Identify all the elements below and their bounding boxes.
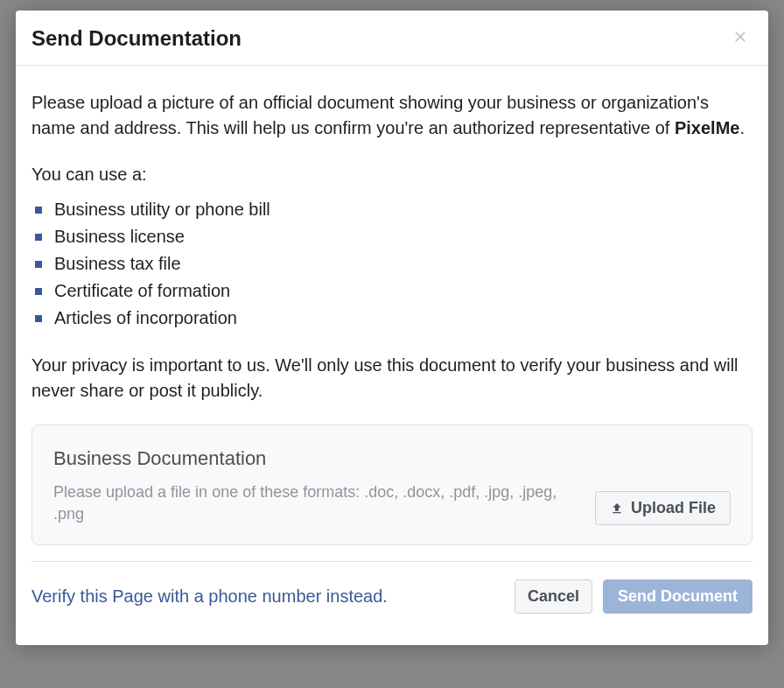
modal-footer: Verify this Page with a phone number ins… [32, 562, 752, 629]
list-item-label: Certificate of formation [54, 278, 230, 304]
upload-left: Business Documentation Please upload a f… [53, 445, 578, 525]
intro-bold: PixelMe [675, 118, 739, 137]
cancel-button[interactable]: Cancel [514, 579, 592, 614]
intro-prefix: Please upload a picture of an official d… [32, 93, 709, 137]
modal-body: Please upload a picture of an official d… [16, 66, 768, 645]
send-documentation-modal: Send Documentation Please upload a pictu… [16, 11, 768, 645]
list-item: Business license [32, 223, 752, 250]
verify-phone-link[interactable]: Verify this Page with a phone number ins… [32, 584, 388, 609]
close-icon [732, 28, 749, 46]
list-item: Business tax file [32, 250, 752, 277]
modal-header: Send Documentation [16, 11, 768, 66]
footer-actions: Cancel Send Document [514, 579, 752, 614]
list-item: Certificate of formation [32, 277, 752, 305]
upload-icon [610, 502, 624, 516]
list-item: Articles of incorporation [32, 305, 752, 332]
upload-card: Business Documentation Please upload a f… [32, 425, 752, 545]
bullet-icon [35, 234, 42, 241]
list-item-label: Articles of incorporation [54, 305, 237, 331]
list-item: Business utility or phone bill [32, 196, 752, 223]
intro-text: Please upload a picture of an official d… [32, 90, 752, 141]
bullet-icon [35, 288, 42, 295]
upload-desc: Please upload a file in one of these for… [53, 481, 578, 525]
uses-line: You can use a: [32, 162, 752, 187]
modal-title: Send Documentation [32, 26, 242, 51]
send-document-button[interactable]: Send Document [603, 579, 752, 614]
list-item-label: Business utility or phone bill [54, 197, 270, 222]
upload-file-button[interactable]: Upload File [595, 491, 731, 525]
bullet-icon [35, 207, 42, 214]
intro-suffix: . [739, 118, 745, 137]
upload-button-label: Upload File [631, 499, 716, 517]
list-item-label: Business license [54, 224, 185, 249]
bullet-icon [35, 315, 42, 322]
accepted-documents-list: Business utility or phone bill Business … [32, 196, 752, 332]
bullet-icon [35, 261, 42, 268]
upload-card-inner: Business Documentation Please upload a f… [53, 445, 731, 525]
close-button[interactable] [728, 25, 752, 53]
list-item-label: Business tax file [54, 251, 181, 277]
privacy-text: Your privacy is important to us. We'll o… [32, 353, 752, 404]
upload-title: Business Documentation [53, 445, 578, 473]
